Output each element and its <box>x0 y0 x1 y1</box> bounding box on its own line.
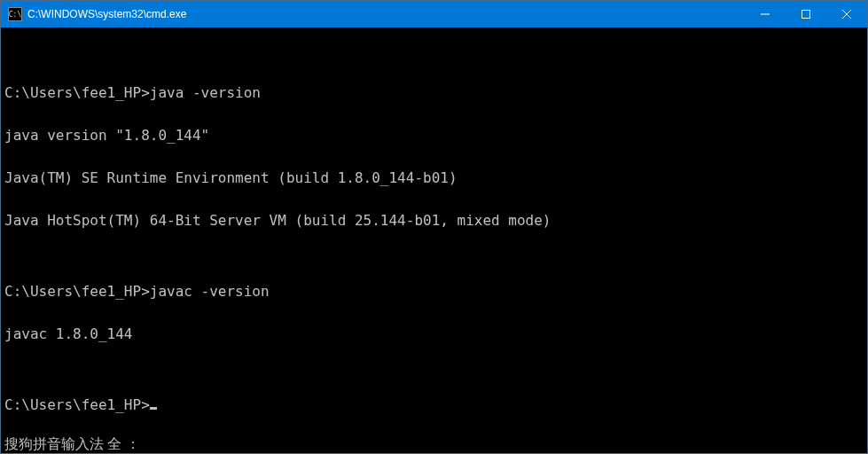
minimize-icon <box>761 10 770 19</box>
terminal-line: javac 1.8.0_144 <box>4 327 867 341</box>
window-controls <box>745 1 867 27</box>
window-title: C:\WINDOWS\system32\cmd.exe <box>27 8 745 20</box>
svg-rect-1 <box>802 11 810 19</box>
close-icon <box>842 10 851 19</box>
maximize-button[interactable] <box>786 1 826 27</box>
maximize-icon <box>802 10 810 19</box>
terminal-prompt-line: C:\Users\fee1_HP> <box>4 398 867 412</box>
terminal-prompt: C:\Users\fee1_HP> <box>4 396 150 413</box>
terminal-line: C:\Users\fee1_HP>java -version <box>4 86 867 100</box>
ime-status-bar: 搜狗拼音输入法 全 ： <box>4 437 140 451</box>
terminal-line: Java(TM) SE Runtime Environment (build 1… <box>4 171 867 185</box>
close-button[interactable] <box>826 1 867 27</box>
terminal-line: C:\Users\fee1_HP>javac -version <box>4 285 867 299</box>
cmd-icon: C:\ <box>8 7 22 21</box>
minimize-button[interactable] <box>745 1 786 27</box>
terminal-output[interactable]: C:\Users\fee1_HP>java -version java vers… <box>1 27 867 453</box>
terminal-line: java version "1.8.0_144" <box>4 129 867 143</box>
terminal-cursor <box>150 407 157 410</box>
window-titlebar[interactable]: C:\ C:\WINDOWS\system32\cmd.exe <box>1 1 867 27</box>
terminal-line: Java HotSpot(TM) 64-Bit Server VM (build… <box>4 214 867 228</box>
